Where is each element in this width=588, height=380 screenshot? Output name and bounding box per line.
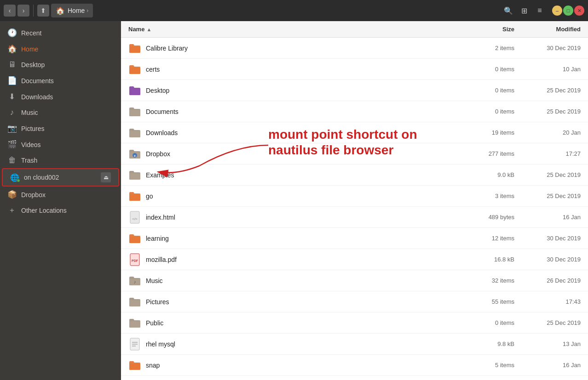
table-row[interactable]: Pictures 55 items 17:43 [121, 291, 588, 312]
location-bar[interactable]: 🏠 Home › [51, 4, 93, 17]
sidebar-item-music[interactable]: ♪ Music [0, 105, 121, 120]
file-name-label: Calibre Library [146, 45, 188, 52]
file-modified-cell: 25 Dec 2019 [525, 319, 581, 326]
file-name-label: Music [146, 277, 163, 284]
file-name-label: rhel mysql [146, 340, 175, 348]
sidebar-item-label: Downloads [21, 93, 53, 101]
other-icon: + [7, 206, 17, 215]
col-modified-header: Modified [525, 26, 581, 33]
sidebar: 🕐 Recent 🏠 Home 🖥 Desktop 📄 Documents ⬇ … [0, 21, 121, 380]
file-name-cell: PDF mozilla.pdf [128, 253, 479, 266]
file-modified-cell: 10 Jan [525, 66, 581, 73]
file-icon [128, 295, 141, 308]
sidebar-item-videos[interactable]: 🎬 Videos [0, 136, 121, 153]
table-row[interactable]: rhel mysql 9.8 kB 13 Jan [121, 334, 588, 355]
table-row[interactable]: snap 5 items 16 Jan [121, 355, 588, 376]
sidebar-item-label: Other Locations [21, 207, 67, 214]
file-modified-cell: 17:27 [525, 150, 581, 157]
file-name-label: Downloads [146, 129, 178, 136]
sidebar-item-trash[interactable]: 🗑 Trash [0, 153, 121, 168]
file-icon [128, 169, 141, 181]
file-modified-cell: 25 Dec 2019 [525, 193, 581, 199]
home-icon: 🏠 [56, 6, 65, 15]
file-icon: </> [128, 211, 141, 224]
minimize-icon: – [556, 8, 559, 13]
sidebar-item-dropbox[interactable]: 📦 Dropbox [0, 187, 121, 203]
table-row[interactable]: Documents 0 items 25 Dec 2019 [121, 101, 588, 122]
forward-button[interactable]: › [17, 5, 29, 17]
file-modified-cell: 16 Jan [525, 362, 581, 369]
sidebar-item-cloud[interactable]: 🌐 on cloud002 ⏏ [2, 168, 119, 187]
table-row[interactable]: Examples 9.0 kB 25 Dec 2019 [121, 164, 588, 186]
main-layout: 🕐 Recent 🏠 Home 🖥 Desktop 📄 Documents ⬇ … [0, 21, 588, 380]
sidebar-item-label: Pictures [21, 125, 45, 132]
sidebar-item-label: Desktop [21, 61, 45, 68]
file-name-label: Dropbox [146, 150, 170, 158]
file-size-cell: 489 bytes [479, 214, 525, 221]
sidebar-item-desktop[interactable]: 🖥 Desktop [0, 57, 121, 73]
table-row[interactable]: Desktop 0 items 25 Dec 2019 [121, 80, 588, 101]
file-size-cell: 9.8 kB [479, 340, 525, 347]
desktop-icon: 🖥 [7, 60, 17, 69]
file-size-cell: 3 items [479, 193, 525, 199]
file-size-cell: 12 items [479, 235, 525, 242]
up-button[interactable]: ⬆ [37, 5, 49, 17]
pictures-icon: 📷 [7, 124, 17, 133]
file-name-cell: Pictures [128, 295, 479, 308]
sidebar-item-pictures[interactable]: 📷 Pictures [0, 120, 121, 136]
table-row[interactable]: Calibre Library 2 items 30 Dec 2019 [121, 38, 588, 59]
file-name-cell: snap [128, 359, 479, 372]
file-name-label: Documents [146, 108, 179, 115]
window-controls: – □ ✕ [552, 6, 584, 16]
downloads-icon: ⬇ [7, 92, 17, 102]
file-pane: Name ▲ Size Modified Calibre Library 2 i… [121, 21, 588, 380]
file-modified-cell: 16 Jan [525, 214, 581, 221]
maximize-button[interactable]: □ [563, 6, 573, 16]
table-row[interactable]: go 3 items 25 Dec 2019 [121, 186, 588, 207]
table-row[interactable]: certs 0 items 10 Jan [121, 59, 588, 80]
table-row[interactable]: Downloads 19 items 20 Jan [121, 122, 588, 143]
close-icon: ✕ [577, 8, 582, 14]
file-name-label: Pictures [146, 298, 169, 306]
location-label: Home [68, 7, 85, 14]
file-size-cell: 277 items [479, 150, 525, 157]
file-name-label: Examples [146, 171, 174, 179]
table-row[interactable]: PDF mozilla.pdf 16.8 kB 30 Dec 2019 [121, 249, 588, 270]
sidebar-item-recent[interactable]: 🕐 Recent [0, 25, 121, 41]
sidebar-item-other[interactable]: + Other Locations [0, 203, 121, 218]
back-button[interactable]: ‹ [4, 5, 16, 17]
sidebar-item-label: Home [21, 45, 38, 53]
up-icon: ⬆ [40, 7, 46, 14]
sidebar-item-label: Music [21, 109, 38, 116]
table-row[interactable]: learning 12 items 30 Dec 2019 [121, 228, 588, 249]
sidebar-item-home[interactable]: 🏠 Home [0, 41, 121, 57]
file-size-cell: 2 items [479, 45, 525, 51]
sidebar-item-label: Recent [21, 29, 41, 37]
sidebar-item-downloads[interactable]: ⬇ Downloads [0, 89, 121, 105]
file-size-cell: 19 items [479, 129, 525, 136]
file-icon [128, 105, 141, 118]
menu-button[interactable]: ≡ [533, 4, 547, 17]
table-row[interactable]: ♪ Music 32 items 26 Dec 2019 [121, 270, 588, 291]
file-icon [128, 317, 141, 329]
file-size-cell: 0 items [479, 87, 525, 94]
eject-button[interactable]: ⏏ [101, 172, 111, 182]
titlebar-actions: 🔍 ⊞ ≡ [502, 4, 547, 17]
file-modified-cell: 13 Jan [525, 340, 581, 347]
table-row[interactable]: </> index.html 489 bytes 16 Jan [121, 207, 588, 228]
file-name-cell: rhel mysql [128, 338, 479, 351]
sidebar-item-documents[interactable]: 📄 Documents [0, 73, 121, 89]
table-row[interactable]: Public 0 items 25 Dec 2019 [121, 312, 588, 334]
file-name-label: index.html [146, 214, 175, 221]
file-icon [128, 338, 141, 351]
close-button[interactable]: ✕ [574, 6, 584, 16]
minimize-button[interactable]: – [552, 6, 562, 16]
grid-view-button[interactable]: ⊞ [517, 4, 531, 17]
documents-icon: 📄 [7, 76, 17, 85]
search-button[interactable]: 🔍 [502, 4, 515, 17]
file-name-cell: certs [128, 63, 479, 76]
file-size-cell: 9.0 kB [479, 171, 525, 178]
table-row[interactable]: ✦ Dropbox 277 items 17:27 [121, 143, 588, 164]
col-size-header: Size [479, 26, 525, 33]
file-modified-cell: 30 Dec 2019 [525, 45, 581, 51]
